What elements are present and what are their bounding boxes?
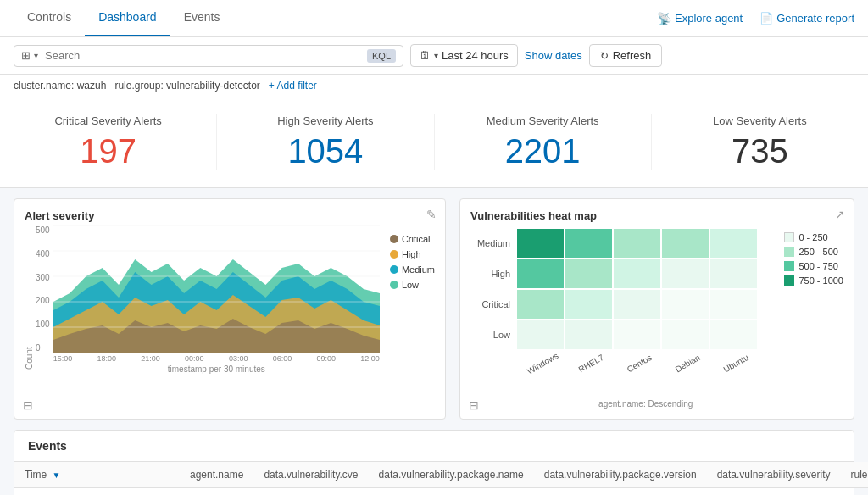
- time-dropdown-icon[interactable]: ▾: [434, 51, 438, 60]
- col-severity: data.vulnerability.severity: [707, 462, 841, 488]
- col-cve: data.vulnerability.cve: [253, 462, 368, 488]
- metric-critical-value: 197: [0, 132, 216, 170]
- tab-dashboard[interactable]: Dashboard: [85, 0, 170, 36]
- events-section: Events Time ▼ agent.name data.vulnerabil…: [14, 430, 854, 495]
- sort-icon: ▼: [53, 470, 61, 480]
- dropdown-icon[interactable]: ▾: [34, 51, 38, 60]
- metric-medium-value: 2201: [435, 132, 651, 170]
- time-label: Last 24 hours: [442, 49, 509, 62]
- heatmap-title: Vulnerabilities heat map: [470, 209, 843, 222]
- severity-chart-panel: Alert severity ✎ Count 500 400 300 200 1…: [14, 198, 446, 420]
- search-box[interactable]: ⊞ ▾ KQL: [14, 45, 403, 67]
- x-tick-2100: 21:00: [141, 354, 160, 363]
- heatmap-cell: [614, 320, 660, 349]
- x-label-windows: Windows: [520, 348, 565, 379]
- heatmap-cell: [614, 290, 660, 319]
- heatmap-legend-500-750: 500 - 750: [784, 261, 843, 271]
- tab-controls[interactable]: Controls: [14, 0, 85, 36]
- metric-low-value: 735: [652, 132, 868, 170]
- filter-cluster[interactable]: cluster.name: wazuh: [14, 80, 106, 92]
- top-nav: Controls Dashboard Events 📡 Explore agen…: [0, 0, 868, 37]
- chart-legend: Critical High Medium Low: [390, 225, 435, 370]
- x-tick-1200: 12:00: [360, 354, 380, 363]
- y-label-low: Low: [470, 330, 517, 340]
- y-tick-500: 500: [36, 225, 50, 235]
- y-label-medium: Medium: [470, 238, 517, 248]
- x-tick-0600: 06:00: [273, 354, 292, 363]
- heatmap-legend-250-500: 250 - 500: [784, 247, 843, 257]
- filter-rulegroup[interactable]: rule.group: vulnerability-detector: [114, 80, 259, 92]
- col-package-name: data.vulnerability.package.name: [369, 462, 534, 488]
- metric-critical-label: Critical Severity Alerts: [0, 114, 216, 127]
- col-agent-name: agent.name: [180, 462, 253, 488]
- row-ruleid-0[interactable]: 23505: [841, 488, 869, 496]
- time-filter[interactable]: 🗓 ▾ Last 24 hours: [410, 44, 518, 67]
- row-version-0: 80.0.3987.87: [534, 488, 707, 496]
- severity-expand-icon[interactable]: ✎: [426, 208, 437, 221]
- kql-badge[interactable]: KQL: [367, 49, 396, 63]
- metric-medium-label: Medium Severity Alerts: [435, 114, 651, 127]
- metric-critical: Critical Severity Alerts 197: [0, 114, 217, 170]
- col-time[interactable]: Time ▼: [14, 462, 180, 488]
- heatmap-legend: 0 - 250 250 - 500 500 - 750 750 - 1000: [784, 229, 843, 409]
- y-axis-label: Count: [25, 225, 34, 370]
- heatmap-cell: [614, 259, 660, 288]
- severity-chart-svg: [53, 225, 380, 353]
- explore-agent-icon: 📡: [657, 12, 671, 25]
- heatmap-cell: [710, 229, 757, 258]
- table-row: › Aug 13, 2020 @ 19:21:37.328 Windows CV…: [14, 488, 868, 496]
- heatmap-cell: [565, 290, 612, 319]
- y-tick-200: 200: [36, 296, 50, 305]
- filter-bar: cluster.name: wazuh rule.group: vulnerab…: [0, 75, 868, 97]
- refresh-button[interactable]: ↻ Refresh: [589, 44, 663, 67]
- legend-low: Low: [390, 280, 435, 290]
- events-table: Time ▼ agent.name data.vulnerability.cve…: [14, 462, 868, 495]
- refresh-icon: ↻: [600, 50, 609, 62]
- x-label-centos: Centos: [617, 348, 662, 379]
- severity-table-icon[interactable]: ⊟: [23, 398, 33, 412]
- x-tick-0900: 09:00: [316, 354, 336, 363]
- add-filter-btn[interactable]: + Add filter: [269, 80, 317, 92]
- show-dates-btn[interactable]: Show dates: [525, 49, 582, 62]
- heatmap-cell: [710, 259, 757, 288]
- x-label-ubuntu: Ubuntu: [714, 348, 759, 379]
- metric-low-label: Low Severity Alerts: [652, 114, 868, 127]
- x-tick-0300: 03:00: [229, 354, 248, 363]
- row-cve-0[interactable]: CVE-2020-6524: [253, 488, 368, 496]
- col-package-version: data.vulnerability.package.version: [534, 462, 707, 488]
- generate-report-link[interactable]: 📄 Generate report: [760, 12, 854, 25]
- heatmap-cell: [662, 320, 709, 349]
- metric-high-label: High Severity Alerts: [217, 114, 433, 127]
- heatmap-panel: Vulnerabilities heat map ↗ Medium: [459, 198, 854, 420]
- metric-low: Low Severity Alerts 735: [652, 114, 868, 170]
- heatmap-cell: [662, 229, 709, 258]
- y-label-high: High: [470, 269, 517, 279]
- x-tick-1800: 18:00: [97, 354, 116, 363]
- y-label-critical: Critical: [470, 299, 517, 309]
- heatmap-cell: [517, 320, 564, 349]
- y-tick-100: 100: [36, 320, 50, 329]
- heatmap-cell: [565, 259, 612, 288]
- metric-high: High Severity Alerts 1054: [217, 114, 434, 170]
- tab-events[interactable]: Events: [170, 0, 234, 36]
- search-icon-toggle[interactable]: ⊞: [21, 49, 31, 62]
- events-title: Events: [14, 431, 854, 462]
- metrics-row: Critical Severity Alerts 197 High Severi…: [0, 97, 868, 188]
- row-agent-0[interactable]: Windows: [180, 488, 253, 496]
- heatmap-expand-icon[interactable]: ↗: [835, 208, 845, 221]
- heatmap-cell: [517, 259, 564, 288]
- heatmap-table-icon[interactable]: ⊟: [469, 398, 479, 412]
- x-label-debian: Debian: [665, 348, 710, 379]
- charts-row: Alert severity ✎ Count 500 400 300 200 1…: [0, 188, 868, 430]
- severity-chart-title: Alert severity: [25, 209, 435, 222]
- row-severity-0: High: [707, 488, 841, 496]
- explore-agent-link[interactable]: 📡 Explore agent: [657, 12, 743, 25]
- heatmap-cell: [614, 229, 660, 258]
- heatmap-legend-0-250: 0 - 250: [784, 232, 843, 242]
- legend-high: High: [390, 249, 435, 259]
- events-table-header: Time ▼ agent.name data.vulnerability.cve…: [14, 462, 868, 488]
- x-tick-0000: 00:00: [185, 354, 204, 363]
- legend-medium: Medium: [390, 264, 435, 275]
- heatmap-cell: [517, 229, 564, 258]
- search-input[interactable]: [45, 49, 367, 62]
